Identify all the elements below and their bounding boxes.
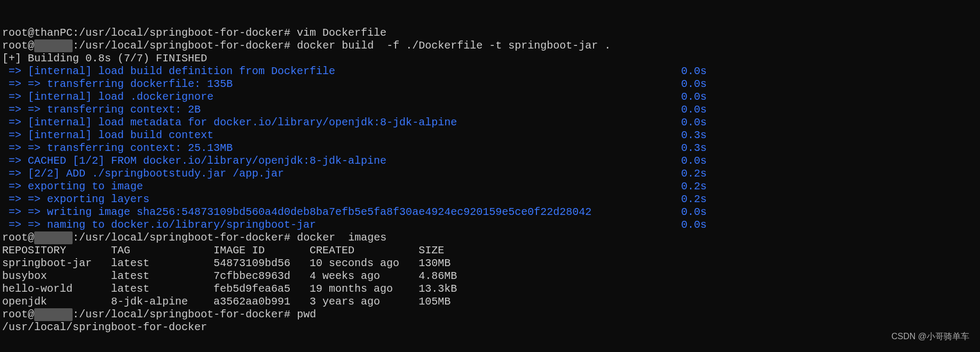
build-step-5: => [internal] load metadata for docker.i… bbox=[2, 116, 670, 129]
build-time-11: 0.2s bbox=[670, 193, 707, 206]
pwd-output: /usr/local/springboot-for-docker bbox=[2, 321, 207, 333]
build-header: [+] Building 0.8s (7/7) FINISHED bbox=[2, 52, 207, 65]
build-step-8: => CACHED [1/2] FROM docker.io/library/o… bbox=[2, 155, 670, 167]
build-time-5: 0.0s bbox=[670, 116, 707, 129]
images-row-2: busybox latest 7cfbbec8963d 4 weeks ago … bbox=[2, 270, 457, 282]
prompt-user: root@ bbox=[2, 39, 34, 52]
prompt-user-3: root@ bbox=[2, 308, 34, 321]
images-header: REPOSITORY TAG IMAGE ID CREATED SIZE bbox=[2, 244, 444, 257]
prompt-path-2: :/usr/local/springboot-for-docker# bbox=[73, 231, 290, 244]
build-step-10: => exporting to image bbox=[2, 180, 670, 193]
build-step-11: => => exporting layers bbox=[2, 193, 670, 206]
build-time-13: 0.0s bbox=[670, 219, 707, 231]
build-step-7: => => transferring context: 25.13MB bbox=[2, 142, 670, 155]
build-time-2: 0.0s bbox=[670, 78, 707, 91]
build-time-12: 0.0s bbox=[670, 206, 707, 219]
build-time-9: 0.2s bbox=[670, 167, 707, 180]
terminal-output[interactable]: root@thanPC:/usr/local/springboot-for-do… bbox=[0, 13, 980, 335]
watermark: CSDN @小哥骑单车 bbox=[891, 331, 969, 341]
images-row-1: springboot-jar latest 54873109bd56 10 se… bbox=[2, 257, 451, 269]
cmd-pwd: pwd bbox=[297, 308, 316, 321]
build-step-3: => [internal] load .dockerignore bbox=[2, 91, 670, 103]
build-time-4: 0.0s bbox=[670, 103, 707, 116]
build-step-9: => [2/2] ADD ./springbootstudy.jar /app.… bbox=[2, 167, 670, 180]
redacted-host-1 bbox=[34, 39, 73, 52]
build-step-12: => => writing image sha256:54873109bd560… bbox=[2, 206, 670, 219]
build-step-4: => => transferring context: 2B bbox=[2, 103, 670, 116]
prompt-user-2: root@ bbox=[2, 231, 34, 244]
build-step-13: => => naming to docker.io/library/spring… bbox=[2, 219, 670, 231]
images-row-3: hello-world latest feb5d9fea6a5 19 month… bbox=[2, 283, 457, 295]
line-partial-top: root@thanPC:/usr/local/springboot-for-do… bbox=[2, 27, 386, 39]
cmd-images: docker images bbox=[297, 231, 386, 244]
build-step-1: => [internal] load build definition from… bbox=[2, 65, 670, 78]
build-step-6: => [internal] load build context bbox=[2, 129, 670, 142]
images-row-4: openjdk 8-jdk-alpine a3562aa0b991 3 year… bbox=[2, 295, 451, 308]
prompt-path: :/usr/local/springboot-for-docker# bbox=[73, 39, 290, 52]
build-time-7: 0.3s bbox=[670, 142, 707, 155]
redacted-host-3 bbox=[34, 308, 73, 321]
build-time-10: 0.2s bbox=[670, 180, 707, 193]
redacted-host-2 bbox=[34, 231, 73, 244]
prompt-path-3: :/usr/local/springboot-for-docker# bbox=[73, 308, 290, 321]
build-time-8: 0.0s bbox=[670, 155, 707, 167]
build-time-3: 0.0s bbox=[670, 91, 707, 103]
build-step-2: => => transferring dockerfile: 135B bbox=[2, 78, 670, 91]
build-time-6: 0.3s bbox=[670, 129, 707, 142]
cmd-build: docker build -f ./Dockerfile -t springbo… bbox=[297, 39, 611, 52]
build-time-1: 0.0s bbox=[670, 65, 707, 78]
